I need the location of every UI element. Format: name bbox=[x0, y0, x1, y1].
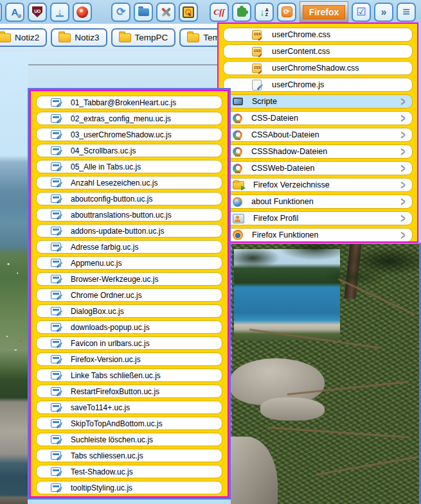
css-scripts-button[interactable]: Cſſ bbox=[210, 3, 229, 22]
script-item[interactable]: 03_userChromeShadow.uc.js bbox=[36, 128, 222, 141]
menu-submenu-item[interactable]: Firefox Profil > bbox=[223, 211, 413, 225]
script-item[interactable]: 05_Alle in Tabs.uc.js bbox=[36, 160, 222, 173]
puzzle-icon bbox=[237, 8, 246, 17]
menu-item-label: CSSShadow-Dateien bbox=[251, 147, 327, 156]
folder-icon bbox=[187, 33, 199, 42]
script-item-label: addons-update-button.uc.js bbox=[71, 227, 164, 236]
ucjs-script-icon bbox=[51, 467, 61, 476]
script-item[interactable]: Browser-Werkzeuge.uc.js bbox=[36, 272, 222, 286]
ucjs-script-icon bbox=[51, 483, 61, 492]
ucjs-script-icon bbox=[51, 355, 61, 363]
firefox-button[interactable]: Firefox bbox=[303, 5, 346, 19]
folder-button[interactable] bbox=[134, 3, 153, 22]
sort-az-button[interactable]: ↓ AZ bbox=[255, 3, 274, 22]
window-edge-strip bbox=[418, 22, 421, 243]
script-item-label: Linke Tabs schließen.uc.js bbox=[71, 371, 161, 380]
script-item[interactable]: Favicon in urlbars.uc.js bbox=[36, 336, 222, 350]
bookmark-folder-button[interactable]: Notiz2 bbox=[0, 28, 47, 47]
video-ball-icon bbox=[76, 6, 88, 18]
menu-submenu-item[interactable]: CSS-Dateien > bbox=[223, 111, 413, 125]
script-item[interactable]: Tabs schliessen.uc.js bbox=[36, 449, 222, 462]
video-download-button[interactable] bbox=[73, 3, 92, 22]
menu-submenu-item[interactable]: Scripte > bbox=[223, 94, 413, 109]
menu-submenu-item[interactable]: Firefox Verzeichnisse > bbox=[223, 178, 413, 192]
reload-button[interactable]: ⟳ bbox=[277, 3, 296, 22]
script-item[interactable]: Linke Tabs schließen.uc.js bbox=[36, 369, 222, 382]
script-item-label: abouttranslations-button.uc.js bbox=[71, 211, 172, 220]
script-item-label: Suchleiste löschen.uc.js bbox=[71, 435, 153, 444]
script-item[interactable]: tooltipStyling.uc.js bbox=[36, 481, 222, 494]
scripts-submenu-panel: 01_Tabbar@BrokenHeart.uc.js 02_extras_co… bbox=[28, 88, 231, 500]
photo-window bbox=[228, 243, 421, 504]
menu-submenu-item[interactable]: Firefox Funktionen > bbox=[223, 228, 413, 242]
menu-submenu-item[interactable]: CSSWeb-Dateien > bbox=[223, 161, 413, 175]
firefox-desktop-screenshot: A UO ↓ ⟳ Cſſ ↓ bbox=[0, 0, 421, 504]
ucjs-script-icon bbox=[51, 371, 61, 379]
script-item[interactable]: addons-update-button.uc.js bbox=[36, 224, 222, 238]
script-item[interactable]: Suchleiste löschen.uc.js bbox=[36, 433, 222, 446]
folder-icon bbox=[119, 33, 131, 42]
ucjs-script-icon bbox=[51, 339, 61, 347]
ucjs-script-icon bbox=[51, 403, 61, 412]
script-item[interactable]: Test-Shadow.uc.js bbox=[36, 465, 222, 478]
menu-submenu-item[interactable]: CSSShadow-Dateien > bbox=[223, 144, 413, 159]
clipped-toolbar-button[interactable] bbox=[0, 3, 2, 22]
menu-item-label: Scripte bbox=[252, 97, 277, 106]
ublock-origin-button[interactable]: UO bbox=[28, 3, 47, 22]
app-menu-button[interactable]: ≡ bbox=[397, 3, 416, 22]
script-item-label: Favicon in urlbars.uc.js bbox=[71, 339, 150, 348]
script-item[interactable]: Adresse farbig.uc.js bbox=[36, 240, 222, 254]
ucjs-script-icon bbox=[51, 227, 61, 235]
script-item[interactable]: Firefox-Version.uc.js bbox=[36, 352, 222, 366]
script-item-label: downloads-popup.uc.js bbox=[71, 323, 150, 332]
script-item[interactable]: DialogBox.uc.js bbox=[36, 304, 222, 318]
browser-window-bottom-edge bbox=[28, 500, 231, 504]
menu-file-item[interactable]: userChrome.js bbox=[223, 78, 413, 92]
downloads-button[interactable]: ↓ bbox=[50, 3, 69, 22]
script-item[interactable]: Appmenu.uc.js bbox=[36, 256, 222, 270]
script-item[interactable]: Anzahl Lesezeichen.uc.js bbox=[36, 176, 222, 189]
script-item-label: Chrome Ordner.uc.js bbox=[71, 291, 142, 300]
overflow-button[interactable]: » bbox=[374, 3, 393, 22]
chevron-right-icon: > bbox=[401, 178, 406, 193]
sort-az-icon: ↓ AZ bbox=[260, 6, 269, 17]
script-item[interactable]: downloads-popup.uc.js bbox=[36, 320, 222, 334]
menu-submenu-item[interactable]: about Funktionen > bbox=[223, 195, 413, 209]
sync-button[interactable]: ⟳ bbox=[111, 3, 130, 22]
file-type-icon bbox=[252, 80, 262, 91]
menu-item-label: Firefox Funktionen bbox=[252, 230, 319, 239]
translate-icon: A bbox=[12, 6, 19, 17]
submenu-icon bbox=[233, 98, 243, 105]
addons-button[interactable] bbox=[232, 3, 251, 22]
menu-item-label: Firefox Profil bbox=[253, 214, 298, 223]
chevron-right-icon: > bbox=[401, 161, 406, 176]
script-item-label: 05_Alle in Tabs.uc.js bbox=[71, 162, 141, 171]
script-item[interactable]: aboutconfig-button.uc.js bbox=[36, 192, 222, 205]
search-button[interactable] bbox=[179, 3, 198, 22]
submenu-icon bbox=[233, 214, 244, 223]
ucjs-script-icon bbox=[51, 435, 61, 444]
script-item[interactable]: Chrome Ordner.uc.js bbox=[36, 288, 222, 302]
menu-file-item[interactable]: userChromeShadow.css bbox=[223, 61, 413, 75]
menu-submenu-item[interactable]: CSSAbout-Dateien > bbox=[223, 128, 413, 142]
bookmark-folder-button[interactable]: TempPC bbox=[111, 28, 176, 47]
tools-button[interactable] bbox=[156, 3, 175, 22]
script-item[interactable]: 01_Tabbar@BrokenHeart.uc.js bbox=[36, 96, 222, 109]
bookmark-folder-button[interactable]: Notiz3 bbox=[51, 28, 107, 47]
script-item[interactable]: 04_Scrollbars.uc.js bbox=[36, 144, 222, 157]
script-item-label: Firefox-Version.uc.js bbox=[71, 355, 141, 364]
script-item[interactable]: saveTo114+.uc.js bbox=[36, 401, 222, 414]
script-item[interactable]: abouttranslations-button.uc.js bbox=[36, 208, 222, 222]
script-item[interactable]: SkipToTopAndBottom.uc.js bbox=[36, 417, 222, 430]
submenu-icon bbox=[233, 130, 242, 140]
script-item-label: saveTo114+.uc.js bbox=[71, 403, 130, 412]
sync-icon: ⟳ bbox=[116, 5, 125, 19]
chevron-right-icon: > bbox=[401, 128, 406, 143]
menu-file-item[interactable]: userContent.css bbox=[223, 44, 413, 58]
menu-item-label: userContent.css bbox=[272, 47, 330, 56]
script-item[interactable]: RestartFirefoxButton.uc.js bbox=[36, 385, 222, 398]
tasks-button[interactable]: ☑ bbox=[352, 3, 371, 22]
menu-file-item[interactable]: userChrome.css bbox=[223, 28, 413, 42]
script-item[interactable]: 02_extras_config_menu.uc.js bbox=[36, 112, 222, 125]
translate-button[interactable]: A bbox=[5, 3, 24, 22]
